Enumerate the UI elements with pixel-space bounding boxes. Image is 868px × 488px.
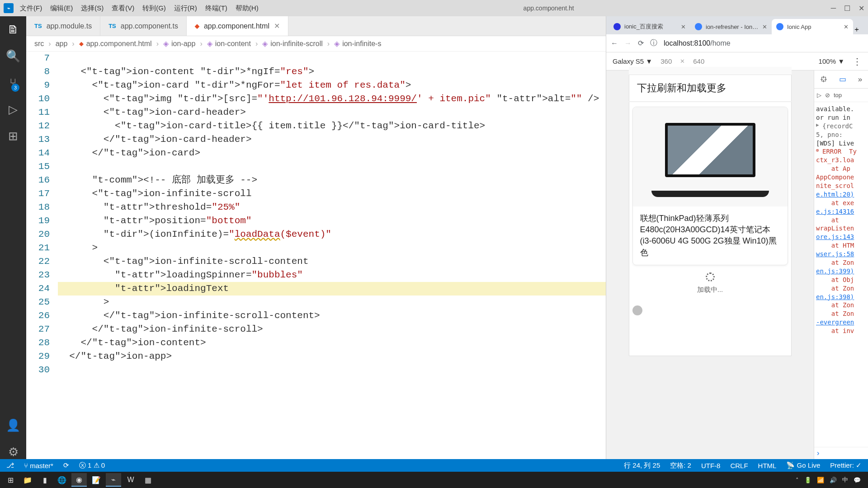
tab-label: app.module.ts [47, 22, 92, 30]
zoom-selector[interactable]: 100% ▼ [819, 57, 844, 65]
address-bar[interactable]: localhost:8100/home [664, 39, 863, 47]
git-branch[interactable]: ⑂ master* [24, 462, 53, 469]
tab-close-icon[interactable]: ✕ [274, 22, 280, 30]
app-icon[interactable]: ▦ [140, 473, 156, 487]
menu-edit[interactable]: 编辑(E) [50, 4, 73, 13]
nav-forward-icon[interactable]: → [624, 39, 632, 47]
chevron-up-icon[interactable]: ˄ [796, 477, 799, 483]
settings-gear-icon[interactable]: ⚙ [8, 445, 19, 459]
menu-go[interactable]: 转到(G) [142, 4, 166, 13]
reload-icon[interactable]: ⟳ [638, 39, 644, 47]
word-icon[interactable]: W [123, 473, 138, 487]
viewport-width[interactable]: 360 [660, 57, 672, 65]
menu-run[interactable]: 运行(R) [174, 4, 197, 13]
inspect-element-icon[interactable]: ⯐ [820, 75, 828, 84]
search-icon[interactable]: 🔍 [6, 49, 20, 63]
vscode-logo-icon: ⌁ [4, 3, 14, 13]
tab-close-icon[interactable]: ✕ [844, 23, 849, 30]
volume-icon[interactable]: 🔊 [830, 477, 837, 483]
language-mode[interactable]: HTML [758, 462, 777, 469]
crumb-app[interactable]: app [56, 40, 68, 48]
sync-icon[interactable]: ⟳ [63, 461, 69, 469]
window-title: app.component.ht [267, 5, 831, 12]
more-options-icon[interactable]: ⋮ [853, 56, 862, 67]
ruler [629, 67, 792, 75]
tab-close-icon[interactable]: ✕ [681, 23, 686, 30]
device-toggle-icon[interactable]: ▭ [839, 75, 846, 84]
code-editor[interactable]: 7891011121314151617181920212223242526272… [26, 52, 606, 459]
tab-app-component-ts[interactable]: TS app.component.ts [100, 16, 187, 36]
tab-app-component-html[interactable]: ◆ app.component.html ✕ [187, 16, 288, 36]
terminal-icon[interactable]: ▮ [37, 473, 52, 487]
nav-back-icon[interactable]: ← [611, 39, 618, 47]
menu-selection[interactable]: 选择(S) [81, 4, 104, 13]
account-icon[interactable]: 👤 [6, 418, 20, 432]
console-clear-icon[interactable]: ⊘ [825, 92, 830, 99]
crumb-ion-infinite-scroll-content[interactable]: ◈ion-infinite-s [334, 39, 381, 48]
more-icon[interactable]: » [858, 75, 862, 84]
breadcrumbs[interactable]: src› app› ◆app.component.html› ◈ion-app›… [26, 36, 606, 52]
run-debug-icon[interactable]: ▷ [9, 103, 18, 117]
device-emulator[interactable]: 下拉刷新和加载更多 联想(ThinkPad)轻薄系列E480c(20H3A00G… [606, 70, 814, 459]
crumb-ion-infinite-scroll[interactable]: ◈ion-infinite-scroll [262, 39, 323, 48]
crumb-ion-content[interactable]: ◈ion-content [207, 39, 251, 48]
scm-badge: 3 [11, 84, 19, 92]
browser-tab-baidu[interactable]: ionic_百度搜索 ✕ [609, 19, 690, 34]
crumb-ion-app[interactable]: ◈ion-app [163, 39, 195, 48]
file-explorer-icon[interactable]: 📁 [20, 473, 35, 487]
explorer-icon[interactable]: 🗎 [7, 23, 19, 37]
notepad-icon[interactable]: 📝 [89, 473, 104, 487]
console-prompt[interactable]: › [814, 447, 868, 459]
prettier-status[interactable]: Prettier: ✓ [830, 461, 862, 469]
console-play-icon[interactable]: ▷ [817, 92, 821, 99]
crumb-src[interactable]: src [34, 40, 44, 48]
encoding[interactable]: UTF-8 [701, 462, 721, 469]
product-card[interactable]: 联想(ThinkPad)轻薄系列E480c(20H3A00GCD)14英寸笔记本… [632, 107, 788, 265]
vscode-icon[interactable]: ⌁ [106, 473, 121, 487]
crumb-file[interactable]: ◆app.component.html [79, 40, 152, 48]
editor-group: TS app.module.ts TS app.component.ts ◆ a… [26, 16, 606, 459]
start-menu-icon[interactable]: ⊞ [3, 473, 18, 487]
tab-label: app.component.ts [121, 22, 178, 30]
menu-file[interactable]: 文件(F) [20, 4, 42, 13]
tab-app-module[interactable]: TS app.module.ts [26, 16, 100, 36]
maximize-icon[interactable]: ☐ [844, 4, 850, 13]
remote-icon[interactable]: ⎇ [6, 461, 14, 469]
source-control-icon[interactable]: ⑂3 [9, 76, 17, 90]
menu-help[interactable]: 帮助(H) [236, 4, 259, 13]
code-content[interactable]: <"t-tag">ion-content "t-dir">*ngIf="res"… [58, 52, 606, 459]
chrome-icon[interactable]: ◉ [71, 473, 87, 487]
menu-terminal[interactable]: 终端(T) [205, 4, 227, 13]
console-output[interactable]: available.or run in{recordC5, pno: [WDS]… [814, 102, 868, 447]
go-live[interactable]: 📡 Go Live [786, 461, 820, 469]
viewport-height[interactable]: 640 [693, 57, 704, 65]
system-tray[interactable]: ˄ 🔋 📶 🔊 中 💬 [796, 476, 865, 484]
site-info-icon[interactable]: ⓘ [650, 38, 657, 48]
browser-tab-ionic-app[interactable]: Ionic App ✕ [772, 19, 853, 34]
close-icon[interactable]: ✕ [859, 4, 864, 13]
new-tab-button[interactable]: ＋ [853, 25, 860, 34]
tab-label: ion-refresher - Ionic Doc [706, 23, 759, 30]
device-selector[interactable]: Galaxy S5 ▼ [613, 57, 652, 65]
devtools-toolbar: ⯐ ▭ » [814, 70, 868, 89]
browser-tab-ionic-docs[interactable]: ion-refresher - Ionic Doc ✕ [690, 19, 772, 34]
wifi-icon[interactable]: 📶 [817, 477, 824, 483]
console-context[interactable]: top [834, 92, 842, 99]
minimize-icon[interactable]: ─ [831, 4, 836, 13]
product-title: 联想(ThinkPad)轻薄系列E480c(20H3A00GCD)14英寸笔记本… [633, 206, 788, 265]
eol[interactable]: CRLF [730, 462, 748, 469]
ime-icon[interactable]: 中 [842, 476, 848, 484]
edge-icon[interactable]: 🌐 [54, 473, 70, 487]
menubar: ⌁ 文件(F) 编辑(E) 选择(S) 查看(V) 转到(G) 运行(R) 终端… [0, 0, 868, 16]
scroll-content[interactable]: 联想(ThinkPad)轻薄系列E480c(20H3A00GCD)14英寸笔记本… [629, 102, 792, 356]
problems[interactable]: ⓧ 1 ⚠ 0 [79, 461, 105, 470]
indentation[interactable]: 空格: 2 [670, 461, 691, 470]
battery-icon[interactable]: 🔋 [804, 477, 811, 483]
notifications-icon[interactable]: 💬 [854, 477, 861, 483]
extensions-icon[interactable]: ⊞ [8, 129, 18, 143]
menu-view[interactable]: 查看(V) [112, 4, 134, 13]
element-icon: ◈ [163, 39, 169, 48]
loading-text: 加载中... [697, 286, 723, 293]
cursor-position[interactable]: 行 24, 列 25 [624, 461, 660, 470]
tab-close-icon[interactable]: ✕ [762, 23, 767, 30]
